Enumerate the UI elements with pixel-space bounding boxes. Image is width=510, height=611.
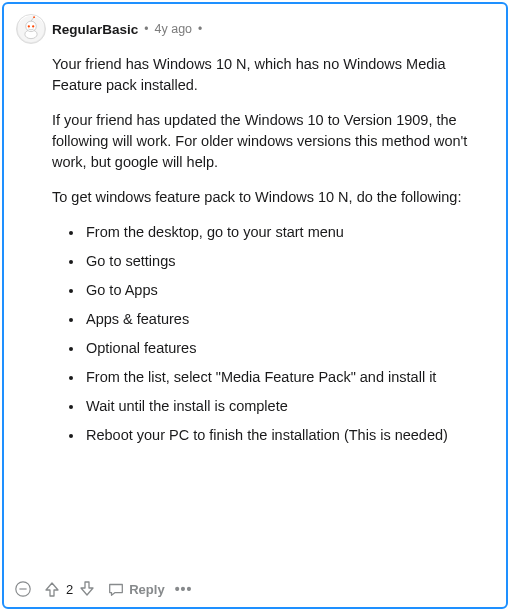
comment-body: Your friend has Windows 10 N, which has … bbox=[52, 54, 494, 446]
paragraph: To get windows feature pack to Windows 1… bbox=[52, 187, 494, 208]
timestamp: 4y ago bbox=[155, 22, 193, 36]
reply-label: Reply bbox=[129, 582, 164, 597]
list-item: From the desktop, go to your start menu bbox=[84, 222, 494, 243]
avatar[interactable] bbox=[16, 14, 46, 44]
paragraph: If your friend has updated the Windows 1… bbox=[52, 110, 494, 173]
comment-header: RegularBasic • 4y ago • bbox=[16, 14, 494, 44]
list-item: Go to Apps bbox=[84, 280, 494, 301]
reply-button[interactable]: Reply bbox=[107, 580, 164, 598]
svg-point-4 bbox=[32, 25, 34, 27]
vote-group: 2 bbox=[42, 579, 97, 599]
list-item: Go to settings bbox=[84, 251, 494, 272]
vote-score: 2 bbox=[66, 582, 73, 597]
more-options-button[interactable]: ••• bbox=[175, 581, 193, 597]
list-item: Apps & features bbox=[84, 309, 494, 330]
svg-point-3 bbox=[28, 25, 30, 27]
list-item: From the list, select "Media Feature Pac… bbox=[84, 367, 494, 388]
meta-separator: • bbox=[198, 22, 202, 36]
list-item: Optional features bbox=[84, 338, 494, 359]
paragraph: Your friend has Windows 10 N, which has … bbox=[52, 54, 494, 96]
collapse-button[interactable] bbox=[14, 580, 32, 598]
list-item: Reboot your PC to finish the installatio… bbox=[84, 425, 494, 446]
username-link[interactable]: RegularBasic bbox=[52, 22, 138, 37]
instruction-list: From the desktop, go to your start menu … bbox=[52, 222, 494, 446]
upvote-button[interactable] bbox=[42, 579, 62, 599]
list-item: Wait until the install is complete bbox=[84, 396, 494, 417]
comment-footer: 2 Reply ••• bbox=[14, 579, 192, 599]
comment-card: RegularBasic • 4y ago • Your friend has … bbox=[2, 2, 508, 609]
svg-point-6 bbox=[33, 16, 35, 18]
meta-separator: • bbox=[144, 22, 148, 36]
downvote-button[interactable] bbox=[77, 579, 97, 599]
